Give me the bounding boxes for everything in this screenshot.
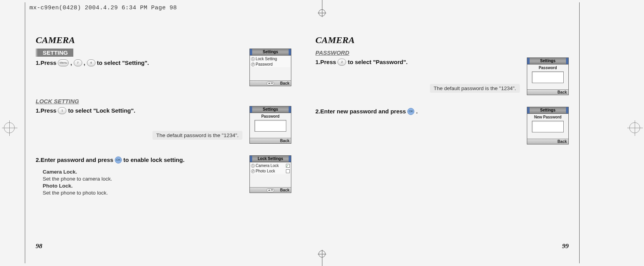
step-password-2-block: 2.Enter new password and press OK . Sett… (315, 107, 569, 144)
phone-title: Lock Settings (250, 156, 291, 162)
instr-text: 2.Enter password and press (36, 155, 113, 165)
key-2-icon: 2 (338, 59, 346, 66)
scroll-indicator-icon (267, 82, 274, 85)
page-spread: CAMERA SETTING 1.Press Menu, 7, 4 to sel… (25, 31, 580, 249)
back-softkey: Back (280, 188, 289, 193)
subsection-lock-setting: LOCK SETTING 1.Press 1 to select "Lock S… (36, 98, 291, 144)
phone-footer: Back (250, 187, 291, 193)
screenshot-password-input: Settings Password Back (249, 106, 291, 144)
back-softkey: Back (280, 138, 289, 144)
photo-lock-title: Photo Lock. (43, 183, 73, 189)
phone-footer: Back (527, 139, 568, 144)
screenshot-lock-settings: Lock Settings 1Camera Lock 2Photo Lock (249, 155, 291, 193)
phone-title: Settings (250, 106, 291, 113)
instr-text: to select "Lock Setting". (68, 106, 135, 115)
list-item: 1Camera Lock (251, 163, 290, 169)
step-lock-2-block: 2.Enter password and press OK to enable … (36, 155, 291, 196)
instr-text: . (416, 107, 417, 116)
ok-key-icon: OK (115, 156, 122, 163)
camera-lock-title: Camera Lock. (43, 169, 77, 175)
instr-text: to select "Password". (348, 57, 407, 67)
phone-title: Settings (250, 49, 291, 56)
instr-text: 1.Press (315, 57, 336, 67)
phone-title: Settings (527, 58, 568, 64)
ok-key-icon: OK (407, 108, 414, 115)
back-softkey: Back (280, 81, 289, 86)
print-slug: mx-c99en(0428) 2004.4.29 6:34 PM Page 98 (29, 5, 177, 11)
lock-descriptions: Camera Lock. Set the phone to camera loc… (36, 169, 242, 196)
default-password-note: The default password is the "1234". (152, 131, 242, 140)
page-99: CAMERA PASSWORD 1.Press 2 to select "Pas… (302, 31, 580, 249)
phone-title: Settings (527, 107, 568, 114)
sub-heading-lock: LOCK SETTING (36, 98, 291, 104)
screenshot-settings-list: Settings 1Lock Setting 2Password Back (249, 49, 291, 86)
list-item: 1Lock Setting (251, 56, 290, 62)
page-title: CAMERA (315, 35, 569, 45)
default-password-note: The default password is the "1234". (430, 84, 520, 93)
password-field (532, 71, 564, 83)
crop-mark-right (629, 122, 640, 133)
subsection-password: PASSWORD 1.Press 2 to select "Password".… (315, 49, 569, 95)
photo-lock-text: Set the phone to photo lock. (43, 190, 242, 196)
crop-mark-bottom (322, 250, 322, 266)
key-4-icon: 4 (87, 59, 95, 66)
phone-subtitle: Password (538, 65, 557, 71)
instr-text: 1.Press (36, 106, 56, 115)
page-98: CAMERA SETTING 1.Press Menu, 7, 4 to sel… (25, 31, 302, 249)
sub-heading-password: PASSWORD (315, 49, 569, 56)
step-lock-2: 2.Enter password and press OK to enable … (36, 155, 242, 165)
step-setting-1: 1.Press Menu, 7, 4 to select "Setting". (36, 58, 242, 68)
crop-mark-top (322, 0, 322, 16)
page-title: CAMERA (36, 35, 291, 45)
screenshot-new-password: Settings New Password Back (527, 107, 569, 144)
crop-mark-left (4, 122, 15, 133)
list-item: 2Password (251, 62, 290, 67)
key-7-icon: 7 (74, 59, 82, 66)
checkbox-checked-icon (286, 164, 290, 168)
phone-subtitle: New Password (534, 115, 562, 120)
back-softkey: Back (557, 139, 567, 144)
page-number: 98 (36, 242, 42, 250)
screenshot-password-input: Settings Password Back (527, 57, 569, 95)
step-password-2: 2.Enter new password and press OK . (315, 107, 520, 116)
camera-lock-text: Set the phone to camera lock. (43, 176, 242, 183)
checkbox-unchecked-icon (286, 169, 290, 173)
password-field (532, 121, 564, 132)
list-item: 2Photo Lock (251, 169, 290, 174)
menu-key-icon: Menu (58, 59, 69, 66)
back-softkey: Back (557, 90, 567, 95)
instr-text: 1.Press (36, 58, 56, 68)
instr-text: 2.Enter new password and press (315, 107, 406, 116)
scroll-indicator-icon (267, 188, 274, 192)
key-1-icon: 1 (58, 107, 66, 114)
password-field (254, 120, 286, 132)
step-password-1: 1.Press 2 to select "Password". (315, 57, 520, 67)
phone-footer: Back (250, 138, 291, 143)
phone-footer: Back (250, 80, 291, 86)
instr-text: to enable lock setting. (123, 155, 185, 165)
phone-subtitle: Password (261, 114, 279, 119)
section-setting: SETTING 1.Press Menu, 7, 4 to select "Se… (36, 49, 291, 86)
instr-text: to select "Setting". (97, 58, 149, 68)
page-number: 99 (562, 242, 569, 250)
section-tab-setting: SETTING (36, 49, 73, 57)
phone-footer: Back (527, 89, 568, 95)
step-lock-1: 1.Press 1 to select "Lock Setting". (36, 106, 242, 115)
